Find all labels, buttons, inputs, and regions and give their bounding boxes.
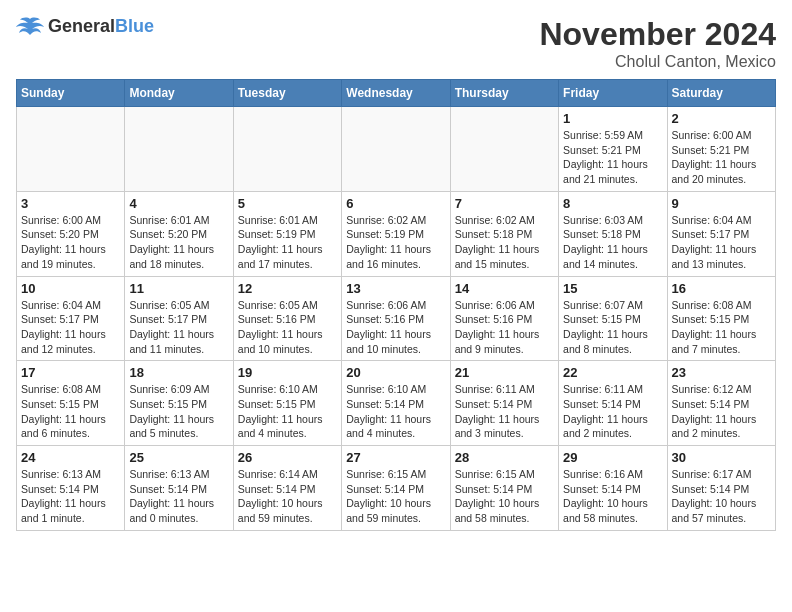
calendar-week-row: 10Sunrise: 6:04 AM Sunset: 5:17 PM Dayli… bbox=[17, 276, 776, 361]
day-info: Sunrise: 6:09 AM Sunset: 5:15 PM Dayligh… bbox=[129, 382, 228, 441]
calendar-day-cell bbox=[342, 107, 450, 192]
calendar-day-cell: 27Sunrise: 6:15 AM Sunset: 5:14 PM Dayli… bbox=[342, 446, 450, 531]
day-info: Sunrise: 6:06 AM Sunset: 5:16 PM Dayligh… bbox=[455, 298, 554, 357]
day-number: 20 bbox=[346, 365, 445, 380]
logo-blue-text: Blue bbox=[115, 16, 154, 36]
day-info: Sunrise: 6:14 AM Sunset: 5:14 PM Dayligh… bbox=[238, 467, 337, 526]
day-number: 21 bbox=[455, 365, 554, 380]
day-info: Sunrise: 6:17 AM Sunset: 5:14 PM Dayligh… bbox=[672, 467, 771, 526]
day-info: Sunrise: 6:10 AM Sunset: 5:14 PM Dayligh… bbox=[346, 382, 445, 441]
day-number: 3 bbox=[21, 196, 120, 211]
day-number: 22 bbox=[563, 365, 662, 380]
day-number: 27 bbox=[346, 450, 445, 465]
day-number: 24 bbox=[21, 450, 120, 465]
calendar-day-cell: 24Sunrise: 6:13 AM Sunset: 5:14 PM Dayli… bbox=[17, 446, 125, 531]
day-number: 17 bbox=[21, 365, 120, 380]
calendar-day-cell: 17Sunrise: 6:08 AM Sunset: 5:15 PM Dayli… bbox=[17, 361, 125, 446]
calendar-day-cell: 29Sunrise: 6:16 AM Sunset: 5:14 PM Dayli… bbox=[559, 446, 667, 531]
day-number: 14 bbox=[455, 281, 554, 296]
day-info: Sunrise: 6:12 AM Sunset: 5:14 PM Dayligh… bbox=[672, 382, 771, 441]
calendar-weekday-header: Wednesday bbox=[342, 80, 450, 107]
calendar-day-cell: 6Sunrise: 6:02 AM Sunset: 5:19 PM Daylig… bbox=[342, 191, 450, 276]
calendar-day-cell: 26Sunrise: 6:14 AM Sunset: 5:14 PM Dayli… bbox=[233, 446, 341, 531]
day-info: Sunrise: 6:11 AM Sunset: 5:14 PM Dayligh… bbox=[455, 382, 554, 441]
day-info: Sunrise: 6:16 AM Sunset: 5:14 PM Dayligh… bbox=[563, 467, 662, 526]
calendar-day-cell: 5Sunrise: 6:01 AM Sunset: 5:19 PM Daylig… bbox=[233, 191, 341, 276]
calendar-day-cell: 13Sunrise: 6:06 AM Sunset: 5:16 PM Dayli… bbox=[342, 276, 450, 361]
calendar-day-cell: 12Sunrise: 6:05 AM Sunset: 5:16 PM Dayli… bbox=[233, 276, 341, 361]
calendar-weekday-header: Monday bbox=[125, 80, 233, 107]
day-info: Sunrise: 6:01 AM Sunset: 5:20 PM Dayligh… bbox=[129, 213, 228, 272]
day-info: Sunrise: 6:04 AM Sunset: 5:17 PM Dayligh… bbox=[672, 213, 771, 272]
day-info: Sunrise: 5:59 AM Sunset: 5:21 PM Dayligh… bbox=[563, 128, 662, 187]
day-info: Sunrise: 6:13 AM Sunset: 5:14 PM Dayligh… bbox=[21, 467, 120, 526]
calendar-day-cell: 1Sunrise: 5:59 AM Sunset: 5:21 PM Daylig… bbox=[559, 107, 667, 192]
calendar-day-cell: 25Sunrise: 6:13 AM Sunset: 5:14 PM Dayli… bbox=[125, 446, 233, 531]
day-number: 11 bbox=[129, 281, 228, 296]
calendar-day-cell bbox=[450, 107, 558, 192]
day-info: Sunrise: 6:06 AM Sunset: 5:16 PM Dayligh… bbox=[346, 298, 445, 357]
calendar-week-row: 3Sunrise: 6:00 AM Sunset: 5:20 PM Daylig… bbox=[17, 191, 776, 276]
day-number: 26 bbox=[238, 450, 337, 465]
calendar-weekday-header: Sunday bbox=[17, 80, 125, 107]
day-info: Sunrise: 6:00 AM Sunset: 5:21 PM Dayligh… bbox=[672, 128, 771, 187]
calendar-day-cell: 4Sunrise: 6:01 AM Sunset: 5:20 PM Daylig… bbox=[125, 191, 233, 276]
day-number: 1 bbox=[563, 111, 662, 126]
calendar-day-cell bbox=[125, 107, 233, 192]
calendar-day-cell: 11Sunrise: 6:05 AM Sunset: 5:17 PM Dayli… bbox=[125, 276, 233, 361]
calendar-day-cell: 22Sunrise: 6:11 AM Sunset: 5:14 PM Dayli… bbox=[559, 361, 667, 446]
calendar-day-cell: 16Sunrise: 6:08 AM Sunset: 5:15 PM Dayli… bbox=[667, 276, 775, 361]
calendar-table: SundayMondayTuesdayWednesdayThursdayFrid… bbox=[16, 79, 776, 531]
day-info: Sunrise: 6:15 AM Sunset: 5:14 PM Dayligh… bbox=[455, 467, 554, 526]
calendar-day-cell: 10Sunrise: 6:04 AM Sunset: 5:17 PM Dayli… bbox=[17, 276, 125, 361]
day-info: Sunrise: 6:01 AM Sunset: 5:19 PM Dayligh… bbox=[238, 213, 337, 272]
calendar-day-cell: 28Sunrise: 6:15 AM Sunset: 5:14 PM Dayli… bbox=[450, 446, 558, 531]
calendar-day-cell: 18Sunrise: 6:09 AM Sunset: 5:15 PM Dayli… bbox=[125, 361, 233, 446]
day-number: 19 bbox=[238, 365, 337, 380]
month-title: November 2024 bbox=[539, 16, 776, 53]
calendar-weekday-header: Tuesday bbox=[233, 80, 341, 107]
day-number: 5 bbox=[238, 196, 337, 211]
day-info: Sunrise: 6:15 AM Sunset: 5:14 PM Dayligh… bbox=[346, 467, 445, 526]
location-title: Cholul Canton, Mexico bbox=[539, 53, 776, 71]
day-number: 23 bbox=[672, 365, 771, 380]
calendar-week-row: 1Sunrise: 5:59 AM Sunset: 5:21 PM Daylig… bbox=[17, 107, 776, 192]
calendar-day-cell: 30Sunrise: 6:17 AM Sunset: 5:14 PM Dayli… bbox=[667, 446, 775, 531]
day-info: Sunrise: 6:08 AM Sunset: 5:15 PM Dayligh… bbox=[21, 382, 120, 441]
day-info: Sunrise: 6:13 AM Sunset: 5:14 PM Dayligh… bbox=[129, 467, 228, 526]
day-number: 9 bbox=[672, 196, 771, 211]
day-info: Sunrise: 6:04 AM Sunset: 5:17 PM Dayligh… bbox=[21, 298, 120, 357]
calendar-day-cell: 14Sunrise: 6:06 AM Sunset: 5:16 PM Dayli… bbox=[450, 276, 558, 361]
logo-general-text: General bbox=[48, 16, 115, 36]
day-number: 13 bbox=[346, 281, 445, 296]
calendar-weekday-header: Friday bbox=[559, 80, 667, 107]
calendar-day-cell: 21Sunrise: 6:11 AM Sunset: 5:14 PM Dayli… bbox=[450, 361, 558, 446]
day-number: 18 bbox=[129, 365, 228, 380]
calendar-day-cell bbox=[233, 107, 341, 192]
calendar-day-cell: 19Sunrise: 6:10 AM Sunset: 5:15 PM Dayli… bbox=[233, 361, 341, 446]
day-info: Sunrise: 6:05 AM Sunset: 5:16 PM Dayligh… bbox=[238, 298, 337, 357]
calendar-week-row: 24Sunrise: 6:13 AM Sunset: 5:14 PM Dayli… bbox=[17, 446, 776, 531]
calendar-day-cell: 23Sunrise: 6:12 AM Sunset: 5:14 PM Dayli… bbox=[667, 361, 775, 446]
day-info: Sunrise: 6:00 AM Sunset: 5:20 PM Dayligh… bbox=[21, 213, 120, 272]
calendar-day-cell: 3Sunrise: 6:00 AM Sunset: 5:20 PM Daylig… bbox=[17, 191, 125, 276]
day-info: Sunrise: 6:05 AM Sunset: 5:17 PM Dayligh… bbox=[129, 298, 228, 357]
day-info: Sunrise: 6:03 AM Sunset: 5:18 PM Dayligh… bbox=[563, 213, 662, 272]
calendar-weekday-header: Thursday bbox=[450, 80, 558, 107]
header: GeneralBlue November 2024 Cholul Canton,… bbox=[16, 16, 776, 71]
day-info: Sunrise: 6:10 AM Sunset: 5:15 PM Dayligh… bbox=[238, 382, 337, 441]
calendar-weekday-header: Saturday bbox=[667, 80, 775, 107]
day-number: 30 bbox=[672, 450, 771, 465]
calendar-day-cell: 8Sunrise: 6:03 AM Sunset: 5:18 PM Daylig… bbox=[559, 191, 667, 276]
day-number: 7 bbox=[455, 196, 554, 211]
day-number: 29 bbox=[563, 450, 662, 465]
calendar-day-cell: 15Sunrise: 6:07 AM Sunset: 5:15 PM Dayli… bbox=[559, 276, 667, 361]
day-number: 8 bbox=[563, 196, 662, 211]
title-area: November 2024 Cholul Canton, Mexico bbox=[539, 16, 776, 71]
calendar-header-row: SundayMondayTuesdayWednesdayThursdayFrid… bbox=[17, 80, 776, 107]
calendar-day-cell: 9Sunrise: 6:04 AM Sunset: 5:17 PM Daylig… bbox=[667, 191, 775, 276]
day-number: 10 bbox=[21, 281, 120, 296]
day-info: Sunrise: 6:02 AM Sunset: 5:19 PM Dayligh… bbox=[346, 213, 445, 272]
day-number: 28 bbox=[455, 450, 554, 465]
calendar-day-cell: 20Sunrise: 6:10 AM Sunset: 5:14 PM Dayli… bbox=[342, 361, 450, 446]
